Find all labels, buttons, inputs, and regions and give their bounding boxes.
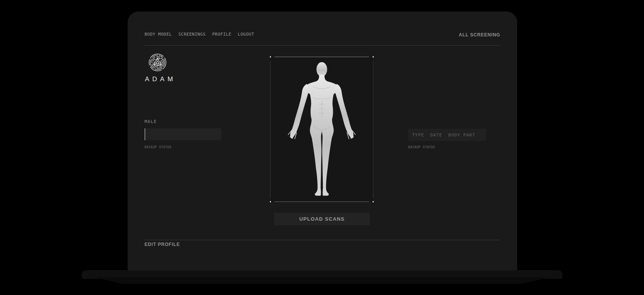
brand-wordmark: ADAM — [145, 75, 176, 83]
profile-name-input[interactable] — [145, 128, 221, 140]
text-cursor — [145, 128, 145, 140]
body-model-viewport[interactable] — [270, 57, 373, 202]
app-screen: BODY MODEL SCREENINGS PROFILE LOGOUT ALL… — [128, 11, 517, 270]
column-date: DATE — [430, 133, 442, 138]
main-nav: BODY MODEL SCREENINGS PROFILE LOGOUT — [145, 31, 254, 38]
nav-divider — [145, 45, 500, 46]
edit-profile-link[interactable]: EDIT PROFILE — [145, 242, 180, 247]
backup-status-label-left: BACKUP STATUS — [145, 146, 171, 149]
backup-status-label-right: BACKUP STATUS — [408, 146, 435, 149]
viewport-edge-bottom — [274, 202, 369, 202]
all-screening-link[interactable]: ALL SCREENING — [459, 32, 500, 38]
column-body-part: BODY PART — [449, 133, 475, 138]
laptop-base-lip — [95, 277, 549, 284]
column-type: TYPE — [412, 133, 424, 138]
male-body-figure — [270, 57, 373, 202]
nav-item-screenings[interactable]: SCREENINGS — [178, 31, 205, 38]
viewport-edge-top — [274, 57, 369, 57]
nav-item-body-model[interactable]: BODY MODEL — [145, 31, 172, 38]
frame-corner-handle[interactable] — [373, 56, 374, 57]
viewport-edge-right — [373, 61, 373, 198]
profile-name-field-wrap — [145, 128, 221, 140]
frame-corner-handle[interactable] — [373, 201, 374, 202]
gender-label: MALE — [145, 119, 157, 124]
footer-divider — [145, 240, 500, 240]
nav-item-logout[interactable]: LOGOUT — [238, 31, 254, 38]
upload-scans-button[interactable]: UPLOAD SCANS — [274, 213, 370, 225]
screenings-table-header: TYPE DATE BODY PART — [408, 129, 486, 141]
adam-logo-icon — [148, 53, 167, 72]
viewport-edge-left — [270, 61, 271, 198]
frame-corner-handle[interactable] — [270, 201, 271, 202]
frame-corner-handle[interactable] — [270, 56, 271, 57]
nav-item-profile[interactable]: PROFILE — [212, 31, 231, 38]
